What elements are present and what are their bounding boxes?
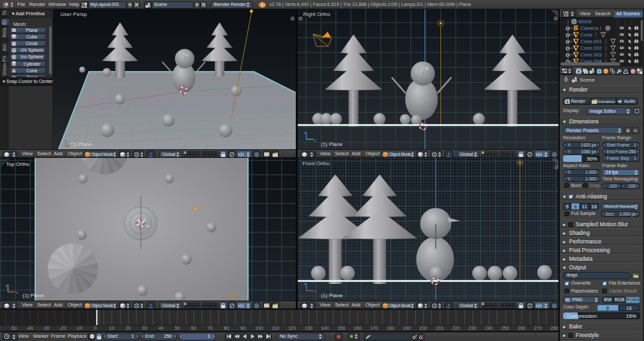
- svg-text:z: z: [304, 131, 306, 135]
- svg-text:y: y: [314, 138, 316, 142]
- svg-text:x: x: [314, 289, 316, 293]
- svg-text:y: y: [5, 283, 7, 287]
- svg-text:z: z: [304, 282, 306, 286]
- svg-text:x: x: [16, 291, 18, 295]
